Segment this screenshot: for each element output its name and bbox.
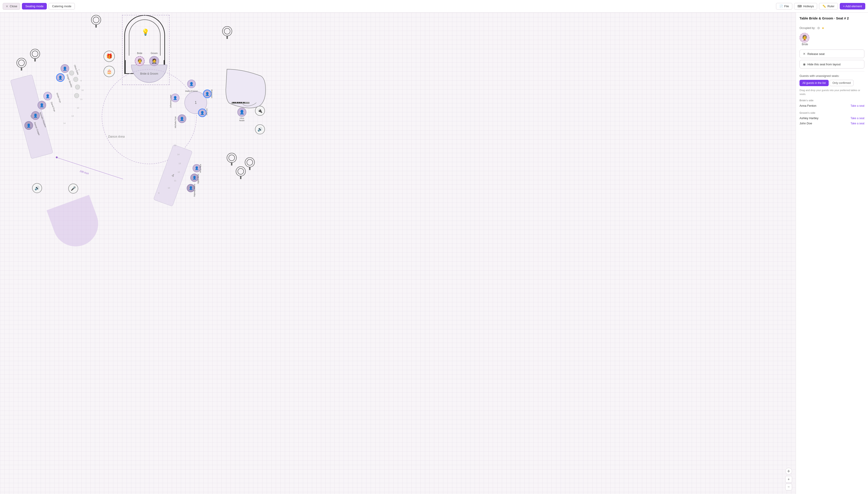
dance-area-label: Dance Area [108,135,124,138]
seat-jonty-willis[interactable]: 👤 Jonty Willis [190,174,198,182]
plug-element: 🔌 [255,106,265,116]
table-1-label: 1 [195,101,197,105]
topbar: ✕ Close Seating mode Catering mode 📄 Fil… [0,0,326,13]
tree-icon [227,153,237,163]
tree [244,157,255,171]
measurement-dot [56,156,58,158]
seat-num: 9 [80,80,82,82]
measurement-line [57,157,123,179]
catering-mode-label: Catering mode [52,4,71,8]
svg-rect-5 [240,102,242,103]
seat-kit-carr[interactable]: 👤 Kit Carr [198,109,207,117]
alice-neale-element[interactable]: 👤 AliceNeale [237,108,246,122]
cake-element: 🎂 [103,66,115,77]
tree [91,15,102,28]
tree [16,58,27,72]
svg-rect-2 [234,102,236,103]
seat-roman-cooper[interactable]: 👤 Roman Cooper [24,121,33,130]
seat-num: 11 [80,98,82,100]
seat-kitty-frye[interactable]: 👤 Kitty Frye [193,164,201,172]
seat-best-man[interactable]: 👤 Best man [203,90,212,98]
seat-num: 12 [178,171,180,173]
tree-icon [17,58,26,68]
seat-num: 8 [78,69,80,71]
seat-num: 14 [63,122,65,124]
tree-icon [222,26,232,36]
seat-num: 10 [81,89,84,91]
seat-num: 14 [177,153,179,155]
speaker-right: 🔊 [255,124,265,134]
table-4-label: 4 [171,173,175,178]
seat-empty[interactable] [75,84,80,90]
svg-rect-4 [239,102,240,103]
seat-michele-frye[interactable]: 👤 Michele Frye [178,114,186,123]
tree [30,49,41,62]
seat-num: 5 [50,93,51,95]
seat-num: 11 [174,179,176,182]
speaker-element: 🔊 [32,183,42,188]
seat-maid-of-honor[interactable]: 👤 Maid-of-honor [187,80,196,88]
measurement-label: 190 inch [79,170,89,175]
tree-icon [30,49,40,59]
seating-mode-label: Seating mode [25,4,43,8]
canvas[interactable]: 🎁 🎂 💡 Bride & Groom 👰 Bride 🤵 Groom 5 [0,13,326,188]
microphone-element: 🎤 [68,184,78,188]
close-icon: ✕ [6,4,8,8]
close-label: Close [10,4,17,8]
tree [226,153,237,166]
tree [221,26,233,40]
seat-gregor-bentley[interactable]: 👤 Gregor Bentley [56,73,65,82]
seat-empty[interactable] [69,71,74,76]
svg-rect-6 [243,102,245,103]
seating-mode-button[interactable]: Seating mode [22,3,47,10]
gift-element: 🎁 [103,51,115,62]
seat-empty[interactable] [74,93,79,98]
seat-num: 13 [72,115,74,117]
tree-icon [91,15,101,25]
seat-johanna-lowe[interactable]: 👤 Johanna Lowe [171,94,179,102]
seat-darrel-frye[interactable]: 👤 Darrel Frye [38,101,46,110]
seat-empty[interactable] [73,77,78,82]
svg-rect-3 [237,102,238,103]
seat-num: 12 [77,107,79,109]
seat-num: 15 [174,144,176,147]
tree-icon [245,157,255,167]
svg-rect-1 [233,102,234,103]
seat-num: 13 [178,162,181,165]
seat-olivia-duke[interactable]: 👤 Olivia Duke [61,64,69,73]
seat-num: 10 [168,187,170,188]
seat-izabel-bentley[interactable]: 👤 Izabel Bentley [187,184,195,188]
piano [225,67,268,110]
catering-mode-button[interactable]: Catering mode [49,3,75,10]
seat-brenden-houston[interactable]: 👤 Brenden Houston [31,111,40,120]
close-button[interactable]: ✕ Close [3,3,20,10]
